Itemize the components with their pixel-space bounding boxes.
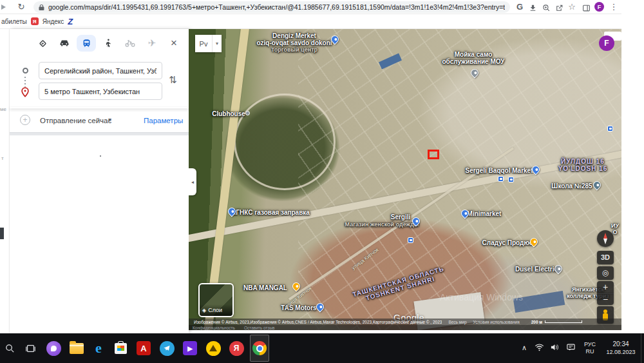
bookmark-yandex[interactable]: Яндекс <box>43 18 64 25</box>
edge-dark-box <box>0 228 4 239</box>
mode-transit-icon[interactable] <box>77 35 96 52</box>
taskbar-search-icon[interactable] <box>0 335 19 362</box>
yandex-alice-icon[interactable] <box>44 335 63 362</box>
poi-label[interactable]: Minimarket <box>468 210 502 217</box>
mode-walk-icon[interactable] <box>99 35 118 52</box>
notification-icon[interactable] <box>562 343 579 353</box>
scale-bar <box>545 320 582 323</box>
mode-best-route-icon[interactable] <box>33 35 52 52</box>
bookmark-z-icon[interactable]: Z <box>68 17 73 26</box>
neighborhood-label: ЙУЛДОШ 16YO'LDOSH 16 <box>558 158 608 172</box>
pv-caret-icon: ▾ <box>213 35 222 52</box>
selected-area-marker <box>428 150 439 159</box>
my-location-button[interactable]: ◎ <box>597 266 614 280</box>
waypoint-dots <box>24 77 26 87</box>
add-destination-icon[interactable]: + <box>20 115 30 125</box>
poi-label[interactable]: Мойка самообслуживание МОУ <box>442 51 504 65</box>
map-canvas[interactable]: Dengiz Merket oziq-ovqat savdo dokoni То… <box>189 29 621 330</box>
url-text: google.com/maps/dir/41.1995431,69.199176… <box>48 3 505 11</box>
poi-label[interactable]: Clubhouse <box>212 110 245 117</box>
video-player-icon[interactable]: ▶ <box>180 335 200 362</box>
privacy-link[interactable]: Конфиденциальность <box>193 326 235 330</box>
street-grid-texture <box>298 29 621 330</box>
browser-profile-avatar[interactable]: F <box>594 2 604 12</box>
close-directions-icon[interactable]: × <box>164 35 184 52</box>
pv-control[interactable]: Pv ▾ <box>195 35 222 52</box>
travel-mode-row: ✈ × <box>33 35 184 52</box>
zoom-in-button[interactable]: + <box>597 281 614 293</box>
bookmarks-bar: абилеты Я Яндекс Z <box>0 14 621 29</box>
mode-flight-icon[interactable]: ✈ <box>142 35 162 52</box>
windows-taskbar: e A ▶ Я ∧ РУСRU 20:34 12.08.2023 <box>0 333 644 363</box>
departure-time-button[interactable]: Отправление сейчас <box>40 117 111 124</box>
world-link[interactable]: Весь мир <box>448 320 466 324</box>
map-account-avatar[interactable]: F <box>599 35 614 51</box>
poi-label[interactable]: NBA MANGAL <box>243 284 287 291</box>
zoom-out-button[interactable]: − <box>597 293 614 305</box>
poi-label[interactable]: Школа №285 <box>551 182 592 190</box>
poi-label[interactable]: АГНКС газовая заправка <box>231 209 310 216</box>
yandex-disk-icon[interactable] <box>204 335 223 362</box>
task-view-icon[interactable] <box>21 335 40 362</box>
loading-dot <box>100 155 101 157</box>
route-options-link[interactable]: Параметры <box>144 117 183 124</box>
attribution-bar: Изображения © Airbus, 2023,Изображения ©… <box>189 319 621 325</box>
mode-drive-icon[interactable] <box>55 35 74 52</box>
clubhouse-dot-pin[interactable] <box>245 111 250 115</box>
panel-divider <box>10 132 189 135</box>
clipped-left-strip: ме т <box>0 29 10 333</box>
compass-needle-icon <box>603 239 607 244</box>
transit-station-icon[interactable] <box>508 177 514 182</box>
origin-input[interactable] <box>39 62 162 79</box>
footer-links-bar: Конфиденциальность Оставить отзыв <box>189 325 621 330</box>
layers-button[interactable]: ◈ Слои <box>198 283 234 317</box>
clock-indicator[interactable]: 20:34 12.08.2023 <box>601 340 641 356</box>
yandex-favicon: Я <box>31 17 39 25</box>
tray-date: 12.08.2023 <box>601 349 641 356</box>
three-d-button[interactable]: 3D <box>597 251 614 264</box>
layers-icon: ◈ <box>202 308 206 313</box>
compass-control[interactable] <box>597 230 614 247</box>
poi-label[interactable]: Сладус Продюс <box>482 239 533 246</box>
wifi-icon[interactable] <box>531 343 547 353</box>
chrome-icon-active[interactable] <box>250 335 269 362</box>
edge-fragment: ме <box>0 106 6 112</box>
microsoft-store-icon[interactable] <box>111 335 130 362</box>
tray-expand-icon[interactable]: ∧ <box>517 344 531 353</box>
panel-card-shadow <box>10 107 189 108</box>
transit-station-icon[interactable] <box>607 126 613 132</box>
feedback-link[interactable]: Оставить отзыв <box>244 326 275 330</box>
edge-fragment: т <box>1 155 4 161</box>
swap-locations-icon[interactable]: ⇅ <box>169 74 177 86</box>
yandex-browser-icon[interactable]: Я <box>227 335 246 362</box>
scale-label: 200 м <box>531 320 542 324</box>
poi-label[interactable]: Dusel Electric <box>515 266 558 273</box>
google-account-sync-icon[interactable]: G <box>514 0 526 14</box>
desktop: ↻ google.com/maps/dir/41.1995431,69.1991… <box>0 0 644 363</box>
acrobat-reader-icon[interactable]: A <box>134 335 153 362</box>
edge-browser-icon[interactable]: e <box>89 335 108 362</box>
show-desktop-edge[interactable] <box>641 333 644 363</box>
terms-link[interactable]: Условия использования <box>473 320 520 324</box>
mode-bike-icon[interactable] <box>120 35 140 52</box>
transit-station-icon[interactable] <box>498 176 504 182</box>
departure-caret-icon[interactable]: ▾ <box>108 116 111 123</box>
bookmark-star-icon[interactable]: ☆ <box>566 0 578 14</box>
collapse-panel-tab[interactable]: ◂ <box>189 168 196 195</box>
browser-menu-icon[interactable]: ⋮ <box>608 0 620 14</box>
telegram-icon[interactable] <box>157 335 176 362</box>
address-bar[interactable]: google.com/maps/dir/41.1995431,69.199176… <box>33 1 510 13</box>
directions-panel: ✈ × ⇅ + Отправление сейчас ▾ Параметры <box>10 29 189 333</box>
poi-sublabel: Магазин женской одежды <box>345 221 419 228</box>
destination-input[interactable] <box>39 83 162 100</box>
transit-station-icon[interactable] <box>408 237 413 243</box>
file-explorer-icon[interactable] <box>67 335 86 362</box>
reload-icon[interactable]: ↻ <box>15 0 27 14</box>
poi-label[interactable]: Sergili <box>391 213 411 221</box>
poi-label[interactable]: Dengiz Merket oziq-ovqat savdo dokoni То… <box>256 32 332 53</box>
bookmark-aviabilety[interactable]: абилеты <box>1 18 27 25</box>
language-indicator[interactable]: РУСRU <box>579 341 601 356</box>
forward-icon[interactable] <box>1 5 6 10</box>
poi-label[interactable]: Sergeli Baqqol Market <box>465 167 533 174</box>
volume-icon[interactable] <box>547 343 562 353</box>
